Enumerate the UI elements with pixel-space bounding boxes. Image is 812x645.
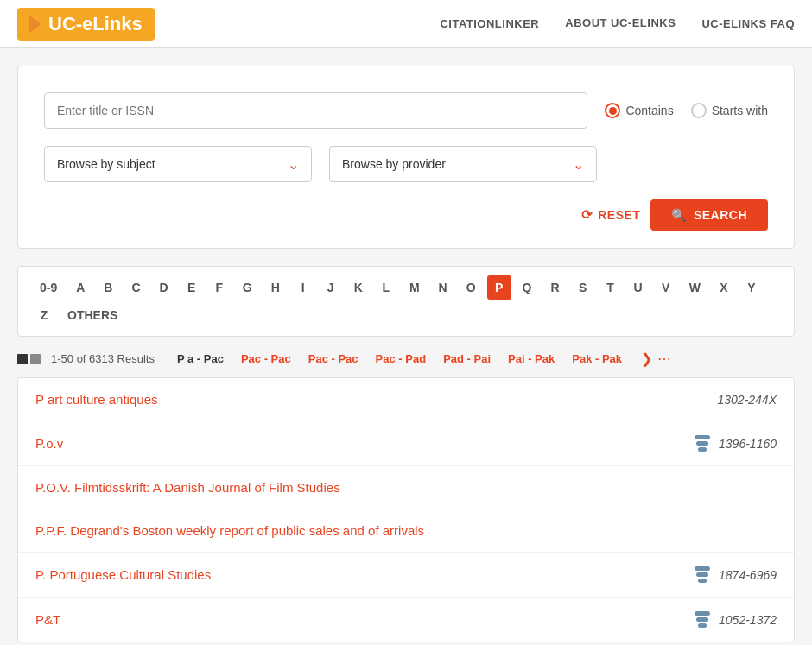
browse-subject-label: Browse by subject: [57, 157, 155, 171]
results-more-icon[interactable]: ⋯: [657, 351, 671, 367]
alpha-item-j[interactable]: J: [319, 275, 343, 300]
nav-about[interactable]: ABOUT UC-ELINKS: [565, 16, 676, 31]
alpha-item-m[interactable]: M: [402, 275, 428, 300]
header: UC-eLinks CITATIONLINKER ABOUT UC-ELINKS…: [0, 0, 812, 48]
reset-label: RESET: [598, 208, 640, 222]
alpha-item-others[interactable]: OTHERS: [60, 303, 125, 327]
alpha-item-q[interactable]: Q: [515, 275, 540, 300]
results-icon-row2: [30, 354, 41, 364]
alpha-item-w[interactable]: W: [682, 275, 708, 300]
range-link-5[interactable]: Pai - Pak: [503, 351, 560, 367]
journal-issn-4: 1874-6969: [719, 568, 777, 582]
journal-issn-1: 1396-1160: [719, 437, 777, 451]
alpha-item-i[interactable]: I: [291, 275, 315, 300]
search-input[interactable]: [44, 92, 587, 129]
database-icon: [695, 566, 710, 583]
results-next-icon[interactable]: ❯: [641, 351, 652, 367]
search-button[interactable]: 🔍 SEARCH: [650, 199, 768, 231]
radio-contains-label: Contains: [625, 104, 673, 117]
journal-title-3[interactable]: P.P.F. Degrand's Boston weekly report of…: [35, 523, 424, 538]
results-view-icon[interactable]: [17, 354, 41, 364]
alpha-item-l[interactable]: L: [374, 275, 398, 300]
alpha-item-d[interactable]: D: [152, 275, 176, 300]
radio-startswith-label: Starts with: [712, 104, 768, 117]
alpha-item-o[interactable]: O: [459, 275, 484, 300]
alpha-item-v[interactable]: V: [654, 275, 678, 300]
alpha-item-u[interactable]: U: [626, 275, 650, 300]
alphabet-bar: 0-9ABCDEFGHIJKLMNOPQRSTUVWXYZOTHERS: [17, 266, 795, 337]
journal-title-4[interactable]: P. Portuguese Cultural Studies: [35, 567, 211, 582]
range-link-6[interactable]: Pak - Pak: [567, 351, 627, 367]
range-link-2[interactable]: Pac - Pac: [303, 351, 364, 367]
logo-arrow-icon: [29, 16, 41, 33]
journal-title-5[interactable]: P&T: [35, 612, 60, 627]
journal-meta-1: 1396-1160: [695, 435, 777, 452]
journal-meta-0: 1302-244X: [717, 393, 777, 407]
journal-issn-0: 1302-244X: [717, 393, 777, 407]
radio-starts-with[interactable]: Starts with: [691, 103, 768, 118]
reset-icon: ⟳: [581, 207, 593, 223]
journal-item-5: P&T1052-1372: [18, 598, 794, 642]
journal-meta-4: 1874-6969: [695, 566, 777, 583]
radio-contains[interactable]: Contains: [605, 103, 673, 118]
logo[interactable]: UC-eLinks: [17, 8, 155, 41]
reset-button[interactable]: ⟳ RESET: [581, 207, 641, 223]
nav-faq[interactable]: UC-ELINKS FAQ: [701, 17, 795, 30]
range-links: P a - PacPac - PacPac - PacPac - PadPad …: [172, 351, 627, 367]
journal-title-1[interactable]: P.o.v: [35, 436, 63, 451]
nav-citationlinker[interactable]: CITATIONLINKER: [440, 17, 539, 30]
browse-subject-dropdown[interactable]: Browse by subject ⌄: [44, 146, 312, 182]
search-section: Contains Starts with Browse by subject ⌄…: [17, 66, 795, 249]
alpha-item-p[interactable]: P: [487, 275, 511, 300]
results-nav: ❯ ⋯: [641, 351, 671, 367]
browse-provider-chevron-icon: ⌄: [573, 156, 584, 173]
alpha-item-k[interactable]: K: [346, 275, 371, 300]
alpha-item-h[interactable]: H: [263, 275, 288, 300]
logo-text: UC-eLinks: [48, 13, 143, 35]
radio-contains-circle: [605, 103, 620, 118]
search-icon: 🔍: [671, 208, 687, 222]
alpha-item-e[interactable]: E: [180, 275, 204, 300]
alpha-item-f[interactable]: F: [207, 275, 232, 300]
journal-item-2: P.O.V. Filmtidsskrift: A Danish Journal …: [18, 466, 794, 509]
journal-title-2[interactable]: P.O.V. Filmtidsskrift: A Danish Journal …: [35, 480, 340, 495]
alpha-item-y[interactable]: Y: [739, 275, 764, 300]
alpha-item-g[interactable]: G: [235, 275, 260, 300]
browse-row: Browse by subject ⌄ Browse by provider ⌄: [44, 146, 768, 182]
range-link-3[interactable]: Pac - Pad: [371, 351, 432, 367]
database-icon: [695, 435, 710, 452]
alpha-item-x[interactable]: X: [712, 275, 736, 300]
alpha-item-z[interactable]: Z: [32, 303, 56, 327]
journal-list: P art culture antiques1302-244XP.o.v1396…: [17, 377, 795, 642]
range-link-4[interactable]: Pad - Pai: [438, 351, 496, 367]
alpha-item-s[interactable]: S: [571, 275, 595, 300]
search-row: Contains Starts with: [44, 92, 768, 129]
browse-subject-chevron-icon: ⌄: [288, 156, 299, 173]
results-count: 1-50 of 6313 Results: [51, 352, 155, 365]
alpha-item-r[interactable]: R: [542, 275, 567, 300]
alpha-item-b[interactable]: B: [96, 275, 120, 300]
results-bar: 1-50 of 6313 Results P a - PacPac - PacP…: [17, 351, 795, 367]
journal-issn-5: 1052-1372: [719, 613, 777, 627]
journal-meta-5: 1052-1372: [695, 611, 777, 628]
alpha-item-t[interactable]: T: [599, 275, 623, 300]
browse-provider-dropdown[interactable]: Browse by provider ⌄: [329, 146, 597, 182]
alpha-item-c[interactable]: C: [124, 275, 148, 300]
radio-group: Contains Starts with: [605, 103, 768, 118]
alpha-item-a[interactable]: A: [68, 275, 92, 300]
range-link-0[interactable]: P a - Pac: [172, 351, 229, 367]
alpha-item-n[interactable]: N: [431, 275, 455, 300]
journal-item-4: P. Portuguese Cultural Studies1874-6969: [18, 553, 794, 598]
radio-startswith-circle: [691, 103, 707, 118]
range-link-1[interactable]: Pac - Pac: [236, 351, 296, 367]
database-icon: [695, 611, 710, 628]
results-icon-row1: [17, 354, 28, 364]
journal-item-1: P.o.v1396-1160: [18, 421, 794, 466]
alpha-item-09[interactable]: 0-9: [32, 275, 65, 300]
journal-item-0: P art culture antiques1302-244X: [18, 378, 794, 421]
action-row: ⟳ RESET 🔍 SEARCH: [44, 199, 768, 231]
browse-provider-label: Browse by provider: [342, 157, 446, 171]
search-label: SEARCH: [694, 208, 747, 222]
main-content: Contains Starts with Browse by subject ⌄…: [0, 48, 812, 645]
journal-title-0[interactable]: P art culture antiques: [35, 392, 157, 407]
